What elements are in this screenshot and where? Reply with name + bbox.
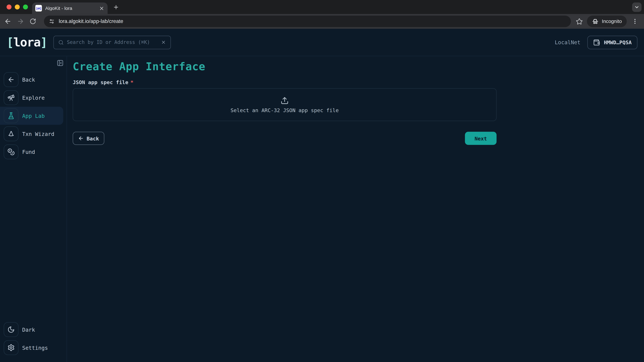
sidebar-item-back[interactable]: Back [0, 70, 66, 89]
tab-title: AlgoKit - lora [45, 6, 97, 10]
sidebar-item-label: Explore [22, 94, 44, 101]
zoom-window-button[interactable] [23, 4, 28, 9]
panel-left-close-icon [57, 59, 64, 66]
wallet-button[interactable]: HMWD…PQSA [588, 35, 638, 49]
bookmark-button[interactable] [576, 18, 583, 25]
logo-bracket-left: [ [6, 35, 13, 49]
logo-bracket-right: ] [40, 35, 47, 49]
incognito-icon [592, 18, 599, 25]
sidebar-collapse-button[interactable] [57, 59, 64, 66]
flask-icon [4, 108, 18, 123]
url-text: lora.algokit.io/app-lab/create [59, 18, 123, 24]
minimize-window-button[interactable] [15, 4, 20, 9]
sidebar-item-label: Settings [22, 345, 48, 351]
page-title: Create App Interface [72, 60, 644, 72]
browser-menu-button[interactable] [632, 18, 638, 25]
logo-text: lora [14, 35, 40, 49]
wallet-icon [593, 39, 600, 46]
star-icon [576, 18, 583, 25]
tab-favicon: [ak] [36, 5, 42, 11]
lora-logo[interactable]: [lora] [6, 35, 47, 49]
sidebar-item-fund[interactable]: Fund [0, 143, 66, 161]
sidebar-item-app-lab[interactable]: App Lab [0, 107, 63, 125]
arrow-left-icon [78, 135, 84, 141]
sidebar-item-label: App Lab [22, 113, 44, 119]
wizard-hat-icon [4, 126, 18, 141]
arrow-left-icon [4, 17, 12, 25]
main-content: Create App Interface JSON app spec file*… [67, 56, 644, 362]
coins-icon [4, 144, 18, 159]
browser-back-button[interactable] [4, 17, 12, 25]
sidebar-item-explore[interactable]: Explore [0, 89, 66, 107]
browser-window: [ak] AlgoKit - lora lora.algokit.io/app-… [0, 0, 644, 362]
sidebar-item-label: Txn Wizard [22, 131, 54, 137]
arrow-right-icon [17, 17, 24, 25]
sidebar-footer: Dark Settings [0, 321, 66, 357]
site-settings-icon[interactable] [49, 18, 54, 24]
next-button[interactable]: Next [465, 132, 496, 145]
window-titlebar: [ak] AlgoKit - lora [0, 0, 644, 14]
clear-search-icon[interactable] [161, 40, 166, 45]
sidebar-item-label: Fund [22, 149, 35, 155]
dropzone-label: Select an ARC-32 JSON app spec file [230, 107, 339, 113]
sidebar-nav: Back Explore App Lab [0, 56, 66, 161]
tab-close-icon[interactable] [99, 5, 104, 11]
telescope-icon [4, 90, 18, 105]
new-tab-button[interactable] [112, 3, 120, 11]
arrow-left-icon [4, 72, 18, 87]
incognito-badge: Incognito [587, 15, 627, 27]
file-dropzone[interactable]: Select an ARC-32 JSON app spec file [72, 88, 496, 121]
wallet-address: HMWD…PQSA [604, 39, 632, 45]
browser-toolbar: lora.algokit.io/app-lab/create Incognito [0, 14, 644, 29]
sidebar-item-settings[interactable]: Settings [0, 339, 66, 357]
back-button[interactable]: Back [72, 132, 104, 145]
address-bar[interactable]: lora.algokit.io/app-lab/create [44, 15, 571, 27]
app-body: Back Explore App Lab [0, 56, 644, 362]
required-marker: * [130, 79, 133, 85]
sidebar-item-label: Dark [22, 327, 35, 333]
search-icon [58, 39, 64, 45]
traffic-lights [6, 4, 28, 9]
sidebar-item-label: Back [22, 77, 35, 83]
gear-icon [4, 340, 18, 355]
plus-icon [113, 4, 119, 10]
sidebar: Back Explore App Lab [0, 56, 67, 362]
network-label: LocalNet [555, 39, 580, 45]
chevron-down-icon [634, 4, 640, 10]
incognito-label: Incognito [602, 18, 622, 24]
browser-tab[interactable]: [ak] AlgoKit - lora [32, 2, 108, 14]
upload-icon [280, 96, 289, 104]
search-box[interactable] [53, 35, 171, 49]
theme-toggle-dark[interactable]: Dark [0, 321, 66, 339]
tab-search-button[interactable] [632, 2, 642, 12]
close-window-button[interactable] [6, 4, 12, 9]
browser-reload-button[interactable] [30, 18, 36, 25]
wizard-buttons: Back Next [72, 132, 496, 145]
kebab-menu-icon [632, 18, 638, 25]
moon-icon [4, 322, 18, 337]
sidebar-item-txn-wizard[interactable]: Txn Wizard [0, 125, 66, 143]
header-right: LocalNet HMWD…PQSA [555, 35, 638, 49]
browser-forward-button[interactable] [17, 17, 24, 25]
reload-icon [30, 18, 36, 25]
app-header: [lora] LocalNet HMWD…PQSA [0, 29, 644, 56]
field-label: JSON app spec file* [72, 79, 644, 85]
search-input[interactable] [67, 39, 158, 45]
